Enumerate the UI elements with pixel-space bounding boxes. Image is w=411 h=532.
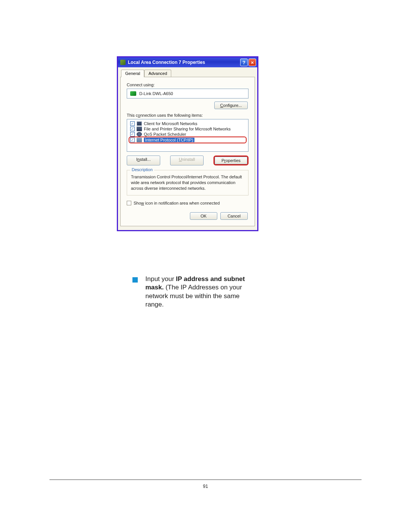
- install-button[interactable]: Install...: [127, 156, 160, 165]
- bullet-icon: [132, 277, 138, 283]
- description-legend: Description: [130, 167, 154, 172]
- items-list[interactable]: ✓ Client for Microsoft Networks ✓ File a…: [127, 119, 249, 152]
- protocol-icon: [137, 138, 142, 142]
- list-item-label: Client for Microsoft Networks: [144, 121, 198, 126]
- description-group: Description Transmission Control Protoco…: [127, 170, 249, 195]
- close-button[interactable]: ×: [249, 59, 256, 66]
- uninstall-button: Uninstall: [170, 156, 204, 165]
- configure-button[interactable]: Configure...: [214, 102, 248, 109]
- properties-dialog: Local Area Connection 7 Properties ? × G…: [117, 56, 258, 231]
- page-rule: [49, 480, 362, 480]
- help-button[interactable]: ?: [240, 59, 248, 66]
- connect-using-label: Connect using:: [127, 83, 249, 87]
- dialog-body: General Advanced Connect using: D-Link D…: [118, 67, 257, 230]
- window-icon: [120, 60, 126, 65]
- checkbox-icon[interactable]: ✓: [130, 127, 135, 131]
- list-item-label: QoS Packet Scheduler: [144, 132, 186, 137]
- properties-button[interactable]: Properties: [215, 157, 247, 164]
- tab-advanced[interactable]: Advanced: [144, 70, 171, 77]
- checkbox-icon[interactable]: ✓: [130, 138, 135, 142]
- description-text: Transmission Control Protocol/Internet P…: [131, 174, 244, 191]
- checkbox-icon[interactable]: [127, 201, 131, 205]
- document-page: Local Area Connection 7 Properties ? × G…: [0, 0, 411, 532]
- list-item[interactable]: ✓ QoS Packet Scheduler: [129, 132, 246, 137]
- adapter-field[interactable]: D-Link DWL-A650: [127, 89, 249, 98]
- items-label: This connection uses the following items…: [127, 113, 249, 118]
- adapter-name: D-Link DWL-A650: [139, 91, 173, 96]
- window-title: Local Area Connection 7 Properties: [128, 60, 205, 65]
- list-item-label: File and Printer Sharing for Microsoft N…: [144, 127, 231, 131]
- printer-icon: [137, 127, 142, 131]
- tabstrip: General Advanced: [120, 70, 255, 77]
- cancel-button[interactable]: Cancel: [220, 212, 248, 220]
- ok-button[interactable]: OK: [190, 212, 217, 220]
- titlebar[interactable]: Local Area Connection 7 Properties ? ×: [118, 57, 257, 67]
- list-item[interactable]: ✓ File and Printer Sharing for Microsoft…: [129, 126, 246, 132]
- list-item-label: Internet Protocol (TCP/IP): [144, 138, 194, 142]
- dialog-footer: OK Cancel: [127, 212, 249, 221]
- item-buttons-row: Install... Uninstall Properties: [127, 156, 249, 165]
- show-icon-row[interactable]: Show icon in notification area when conn…: [127, 201, 249, 205]
- client-icon: [137, 121, 142, 126]
- tab-general[interactable]: General: [121, 70, 144, 77]
- list-item[interactable]: ✓ Client for Microsoft Networks: [129, 121, 246, 126]
- scheduler-icon: [137, 132, 142, 137]
- checkbox-icon[interactable]: ✓: [130, 121, 135, 126]
- show-icon-label: Show icon in notification area when conn…: [134, 201, 220, 205]
- list-item-selected[interactable]: ✓ Internet Protocol (TCP/IP): [129, 137, 247, 143]
- checkbox-icon[interactable]: ✓: [130, 132, 135, 137]
- instruction-block: Input your IP address and subnet mask. (…: [132, 275, 247, 309]
- properties-highlight: Properties: [213, 156, 249, 165]
- tab-panel-general: Connect using: D-Link DWL-A650 Configure…: [120, 77, 255, 226]
- nic-icon: [130, 91, 136, 96]
- page-number: 91: [0, 484, 411, 489]
- instruction-text: Input your IP address and subnet mask. (…: [145, 275, 247, 309]
